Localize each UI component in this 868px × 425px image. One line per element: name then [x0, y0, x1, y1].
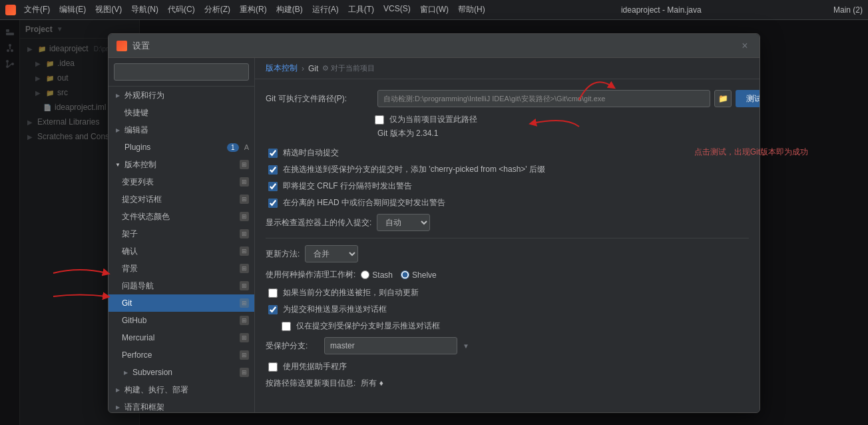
settings-label-subversion: Subversion	[132, 368, 172, 377]
settings-item-mercurial[interactable]: Mercurial ⊞	[108, 329, 254, 346]
auto-update-checkbox[interactable]	[268, 288, 278, 298]
settings-form: Git 可执行文件路径(P): 📁 测试 仅为当前项目设置此路径	[255, 79, 760, 412]
detached-head-checkbox[interactable]	[268, 199, 278, 208]
protected-only-checkbox[interactable]	[282, 322, 291, 331]
settings-item-confirmation[interactable]: 确认 ⊞	[108, 242, 254, 260]
menu-bar[interactable]: 文件(F) 编辑(E) 视图(V) 导航(N) 代码(C) 分析(Z) 重构(R…	[20, 3, 489, 17]
protected-branch-row: 受保护分支: ▼	[266, 337, 749, 354]
modal-header: 设置 ×	[108, 34, 760, 58]
settings-item-filestatus[interactable]: 文件状态颜色 ⊞	[108, 208, 254, 225]
menu-tools[interactable]: 工具(T)	[344, 3, 378, 17]
settings-modal: 设置 × ▶ 外观和行为	[108, 33, 760, 413]
settings-label-commit: 提交对话框	[122, 194, 162, 205]
menu-navigate[interactable]: 导航(N)	[127, 3, 162, 17]
settings-item-shelf[interactable]: 架子 ⊞	[108, 225, 254, 242]
settings-item-perforce[interactable]: Perforce ⊞	[108, 346, 254, 364]
menu-refactor[interactable]: 重构(R)	[236, 3, 271, 17]
breadcrumb-part1[interactable]: 版本控制	[266, 63, 298, 74]
git-path-input[interactable]	[377, 90, 710, 107]
settings-item-editor[interactable]: ▶ 编辑器	[108, 121, 254, 139]
git-path-input-row: 📁 测试	[377, 90, 760, 107]
menu-vcs[interactable]: VCS(S)	[379, 3, 415, 17]
breadcrumb-part2: Git	[308, 64, 318, 73]
menu-build[interactable]: 构建(B)	[272, 3, 307, 17]
auto-update-row: 如果当前分支的推送被拒，则自动更新	[266, 287, 749, 298]
settings-item-subversion[interactable]: ▶ Subversion ⊞	[108, 364, 254, 381]
folder-browse-button[interactable]: 📁	[714, 90, 732, 107]
expand-icon-appearance: ▶	[114, 91, 122, 99]
issuenav-icon-right: ⊞	[240, 281, 249, 290]
settings-sidebar: ▶ 外观和行为 快捷键 ▶ 编辑器	[108, 58, 255, 412]
menu-code[interactable]: 代码(C)	[164, 3, 199, 17]
settings-item-changelist[interactable]: 变更列表 ⊞	[108, 173, 254, 191]
settings-label-confirmation: 确认	[122, 246, 138, 257]
changelist-icon-right: ⊞	[240, 177, 249, 187]
radio-stash-label: Stash	[372, 270, 393, 280]
incoming-select[interactable]: 自动	[377, 214, 430, 231]
protected-only-row: 仅在提交到受保护分支时显示推送对话框	[266, 320, 749, 332]
settings-item-vcs[interactable]: ▼ 版本控制 ⊞	[108, 156, 254, 173]
settings-label-build: 构建、执行、部署	[124, 384, 188, 396]
settings-item-commit[interactable]: 提交对话框 ⊞	[108, 191, 254, 208]
github-icon-right: ⊞	[240, 316, 249, 325]
modal-header-icon	[116, 41, 127, 51]
crlf-checkbox[interactable]	[268, 182, 278, 191]
git-path-row: Git 可执行文件路径(P): 📁 测试	[266, 90, 749, 107]
settings-item-git[interactable]: Git ⊞	[108, 294, 254, 312]
protected-branch-input[interactable]	[324, 337, 457, 354]
update-select[interactable]: 合并	[305, 245, 358, 262]
filter-value: 所有 ♦	[361, 378, 383, 389]
show-dialog-row: 为提交和推送显示推送对话框	[266, 304, 749, 315]
settings-item-issuenav[interactable]: 问题导航 ⊞	[108, 277, 254, 294]
cleanup-row: 使用何种操作清理工作树: Stash Shelve	[266, 269, 749, 280]
settings-label-shelf: 架子	[122, 228, 138, 240]
show-dialog-checkbox[interactable]	[268, 305, 278, 314]
menu-run[interactable]: 运行(A)	[308, 3, 343, 17]
settings-label-plugins: Plugins	[124, 143, 150, 152]
title-center: ideaproject - Main.java	[493, 5, 829, 15]
expand-icon-editor: ▶	[114, 126, 122, 134]
background-icon-right: ⊞	[240, 264, 249, 273]
auto-update-label: 如果当前分支的推送被拒，则自动更新	[283, 287, 419, 298]
git-path-label: Git 可执行文件路径(P):	[266, 93, 372, 105]
settings-item-build[interactable]: ▶ 构建、执行、部署	[108, 381, 254, 398]
settings-item-lang[interactable]: ▶ 语言和框架	[108, 398, 254, 412]
modal-close-button[interactable]: ×	[738, 39, 752, 53]
expand-icon-subversion: ▶	[122, 368, 130, 376]
menu-edit[interactable]: 编辑(E)	[55, 3, 90, 17]
radio-stash[interactable]: Stash	[361, 270, 393, 280]
menu-help[interactable]: 帮助(H)	[454, 3, 489, 17]
settings-label-lang: 语言和框架	[124, 402, 164, 413]
settings-item-keymap[interactable]: 快捷键	[108, 104, 254, 121]
credentials-checkbox[interactable]	[268, 362, 278, 372]
settings-label-mercurial: Mercurial	[122, 333, 154, 342]
menu-window[interactable]: 窗口(W)	[416, 3, 453, 17]
shelf-icon-right: ⊞	[240, 229, 249, 238]
radio-shelve-input[interactable]	[401, 270, 409, 279]
settings-item-background[interactable]: 背景 ⊞	[108, 260, 254, 277]
auto-commit-checkbox[interactable]	[268, 149, 278, 158]
expand-icon-build: ▶	[114, 386, 122, 394]
auto-commit-label: 精选时自动提交	[283, 147, 339, 159]
only-for-project-checkbox[interactable]	[375, 115, 384, 125]
vcs-icon-right: ⊞	[240, 160, 249, 169]
cb1-row: 精选时自动提交	[266, 147, 749, 159]
settings-item-github[interactable]: GitHub ⊞	[108, 312, 254, 329]
menu-view[interactable]: 视图(V)	[91, 3, 126, 17]
radio-shelve[interactable]: Shelve	[401, 270, 437, 280]
settings-label-keymap: 快捷键	[124, 107, 148, 119]
cleanup-label: 使用何种操作清理工作树:	[266, 269, 355, 280]
settings-item-appearance[interactable]: ▶ 外观和行为	[108, 87, 254, 104]
radio-stash-input[interactable]	[361, 270, 369, 279]
protected-branch-label: 受保护分支:	[266, 340, 319, 352]
cherry-pick-checkbox[interactable]	[268, 165, 278, 175]
run-config[interactable]: Main (2)	[833, 5, 863, 15]
plugins-badge: 1	[227, 143, 239, 152]
menu-file[interactable]: 文件(F)	[20, 3, 54, 17]
settings-label-perforce: Perforce	[122, 350, 152, 360]
settings-search-input[interactable]	[114, 63, 249, 81]
settings-label-editor: 编辑器	[124, 125, 148, 136]
test-button[interactable]: 测试	[736, 90, 760, 107]
settings-item-plugins[interactable]: Plugins 1 A	[108, 139, 254, 156]
menu-analyze[interactable]: 分析(Z)	[200, 3, 234, 17]
